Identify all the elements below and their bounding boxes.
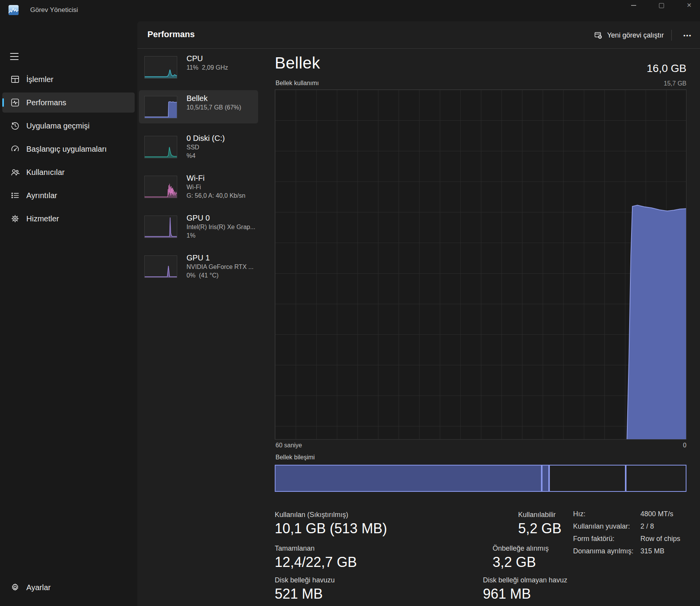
sidebar-item-ayrintilar[interactable]: Ayrıntılar bbox=[2, 185, 135, 205]
window-title: Görev Yöneticisi bbox=[30, 6, 78, 14]
detail-value-slots: 2 / 8 bbox=[640, 522, 654, 531]
composition-segment-in-use bbox=[275, 465, 542, 492]
maximize-button[interactable] bbox=[654, 0, 669, 11]
detail-label-hw-reserved: Donanıma ayrılmış: bbox=[573, 547, 633, 555]
sidebar-item-baslangic-uygulamalari[interactable]: Başlangıç uygulamaları bbox=[2, 139, 135, 159]
detail-label-speed: Hız: bbox=[573, 510, 585, 518]
total-memory-value: 16,0 GB bbox=[647, 62, 686, 75]
sidebar-item-performans[interactable]: Performans bbox=[2, 92, 135, 113]
composition-segment-modified bbox=[542, 465, 549, 492]
selection-indicator bbox=[2, 98, 4, 107]
card-title: 0 Diski (C:) bbox=[187, 133, 256, 143]
title-bar[interactable]: Görev Yöneticisi ✕ bbox=[0, 0, 700, 21]
services-gear-icon bbox=[10, 214, 20, 224]
card-subtitle: 10,5/15,7 GB (67%) bbox=[187, 103, 256, 112]
app-history-icon bbox=[10, 121, 20, 131]
card-wifi[interactable]: Wi-Fi Wi-Fi G: 56,0 A: 40,0 Kb/sn bbox=[139, 170, 258, 203]
card-subtitle: NVIDIA GeForce RTX ... bbox=[187, 263, 256, 271]
sidebar-item-hizmetler[interactable]: Hizmetler bbox=[2, 209, 135, 229]
stat-value-used: 10,1 GB (513 MB) bbox=[275, 520, 387, 537]
minimize-button[interactable] bbox=[626, 0, 641, 11]
time-axis-label: 60 saniye bbox=[276, 442, 302, 449]
cpu-mini-chart bbox=[144, 56, 177, 79]
sidebar-item-uygulama-gecmisi[interactable]: Uygulama geçmişi bbox=[2, 116, 135, 136]
processes-icon bbox=[10, 74, 20, 84]
settings-row[interactable]: Ayarlar bbox=[2, 577, 135, 597]
sidebar-nav: İşlemler Performans Uygulama geçmişi bbox=[2, 69, 135, 232]
card-title: GPU 1 bbox=[187, 253, 256, 263]
startup-apps-gauge-icon bbox=[10, 144, 20, 154]
card-title: Bellek bbox=[187, 93, 256, 103]
stat-value-non-paged-pool: 961 MB bbox=[483, 586, 531, 602]
page-title: Performans bbox=[147, 29, 195, 39]
card-gpu0[interactable]: GPU 0 Intel(R) Iris(R) Xe Grap... 1% bbox=[139, 210, 258, 243]
card-memory[interactable]: Bellek 10,5/15,7 GB (67%) bbox=[139, 90, 258, 123]
details-list-icon bbox=[10, 190, 20, 200]
sidebar-item-ayarlar[interactable]: Ayarlar bbox=[2, 577, 135, 601]
card-subtitle-2: %4 bbox=[187, 152, 256, 160]
card-subtitle-2: 1% bbox=[187, 231, 256, 240]
performance-pulse-icon bbox=[10, 98, 20, 108]
stat-label-available: Kullanılabilir bbox=[518, 511, 556, 519]
stat-value-committed: 12,4/22,7 GB bbox=[275, 554, 357, 570]
navigation-menu-button[interactable] bbox=[10, 51, 23, 62]
stat-value-paged-pool: 521 MB bbox=[275, 586, 323, 602]
stat-value-cached: 3,2 GB bbox=[493, 554, 536, 570]
disk-mini-chart bbox=[144, 136, 177, 158]
card-gpu1[interactable]: GPU 1 NVIDIA GeForce RTX ... 0% (41 °C) bbox=[139, 250, 258, 283]
composition-segment-free bbox=[626, 465, 686, 492]
detail-label-slots: Kullanılan yuvalar: bbox=[573, 522, 630, 531]
stat-label-committed: Tamamlanan bbox=[275, 544, 315, 553]
sidebar-item-islemler[interactable]: İşlemler bbox=[2, 69, 135, 89]
stat-label-cached: Önbelleğe alınmış bbox=[493, 544, 549, 553]
close-button[interactable]: ✕ bbox=[681, 0, 697, 11]
memory-usage-area bbox=[275, 90, 686, 439]
memory-composition-bar bbox=[275, 465, 686, 492]
card-subtitle: 11% 2,09 GHz bbox=[187, 63, 256, 72]
card-subtitle-2: 0% (41 °C) bbox=[187, 271, 256, 280]
card-subtitle: Intel(R) Iris(R) Xe Grap... bbox=[187, 223, 256, 231]
card-subtitle: Wi-Fi bbox=[187, 183, 256, 192]
task-manager-logo-icon bbox=[9, 5, 19, 15]
close-icon: ✕ bbox=[686, 2, 691, 9]
page-heading: Bellek bbox=[275, 54, 320, 72]
usage-chart-max: 15,7 GB bbox=[664, 80, 686, 87]
card-cpu[interactable]: CPU 11% 2,09 GHz bbox=[139, 50, 258, 84]
composition-label: Bellek bileşimi bbox=[276, 454, 315, 461]
composition-segment-standby bbox=[549, 465, 626, 492]
sidebar: İşlemler Performans Uygulama geçmişi bbox=[0, 21, 137, 606]
detail-label-form-factor: Form faktörü: bbox=[573, 535, 614, 543]
main-panel: Performans Yeni görevi çalıştır ••• bbox=[137, 21, 700, 606]
card-subtitle: SSD bbox=[187, 143, 256, 152]
sidebar-item-kullanicilar[interactable]: Kullanıcılar bbox=[2, 162, 135, 182]
wifi-mini-chart bbox=[144, 176, 177, 198]
users-icon bbox=[10, 167, 20, 177]
maximize-icon bbox=[659, 3, 664, 8]
usage-chart-label: Bellek kullanımı bbox=[276, 80, 319, 87]
minimize-icon bbox=[631, 5, 636, 6]
settings-gear-icon bbox=[10, 582, 20, 592]
memory-mini-chart bbox=[144, 96, 177, 118]
card-subtitle-2: G: 56,0 A: 40,0 Kb/sn bbox=[187, 192, 256, 200]
task-manager-window: Görev Yöneticisi ✕ İşlemler Performans bbox=[0, 0, 700, 606]
stat-label-paged-pool: Disk belleği havuzu bbox=[275, 576, 335, 584]
detail-value-form-factor: Row of chips bbox=[640, 535, 680, 543]
time-axis-zero: 0 bbox=[683, 442, 686, 449]
gpu0-mini-chart bbox=[144, 216, 177, 238]
memory-usage-chart bbox=[275, 89, 686, 440]
stat-label-used: Kullanılan (Sıkıştırılmış) bbox=[275, 511, 348, 519]
card-title: Wi-Fi bbox=[187, 173, 256, 183]
stat-label-non-paged-pool: Disk belleği olmayan havuz bbox=[483, 576, 567, 584]
detail-value-hw-reserved: 315 MB bbox=[640, 547, 664, 555]
card-disk[interactable]: 0 Diski (C:) SSD %4 bbox=[139, 130, 258, 163]
card-title: GPU 0 bbox=[187, 213, 256, 223]
detail-value-speed: 4800 MT/s bbox=[640, 510, 673, 518]
memory-detail-pane: Bellek 16,0 GB Bellek kullanımı 15,7 GB … bbox=[275, 21, 686, 606]
gpu1-mini-chart bbox=[144, 255, 177, 278]
card-title: CPU bbox=[187, 53, 256, 63]
stat-value-available: 5,2 GB bbox=[518, 520, 561, 537]
